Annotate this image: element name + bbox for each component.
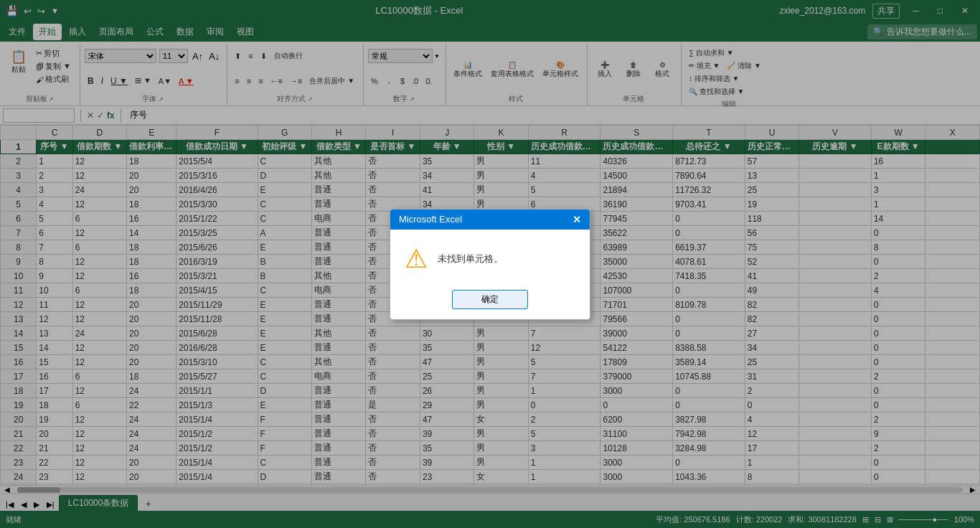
dialog-title: Microsoft Excel <box>399 214 462 225</box>
dialog-close-button[interactable]: ✕ <box>573 214 581 225</box>
dialog-overlay[interactable]: Microsoft Excel ✕ ⚠ 未找到单元格。 确定 <box>0 0 980 528</box>
dialog-title-bar: Microsoft Excel ✕ <box>390 209 590 230</box>
dialog-warning-icon: ⚠ <box>405 244 428 274</box>
dialog-buttons: 确定 <box>390 284 590 319</box>
dialog-confirm-button[interactable]: 确定 <box>452 290 528 309</box>
dialog-body: ⚠ 未找到单元格。 <box>390 230 590 284</box>
dialog-message: 未找到单元格。 <box>438 253 503 265</box>
excel-dialog: Microsoft Excel ✕ ⚠ 未找到单元格。 确定 <box>390 209 590 320</box>
